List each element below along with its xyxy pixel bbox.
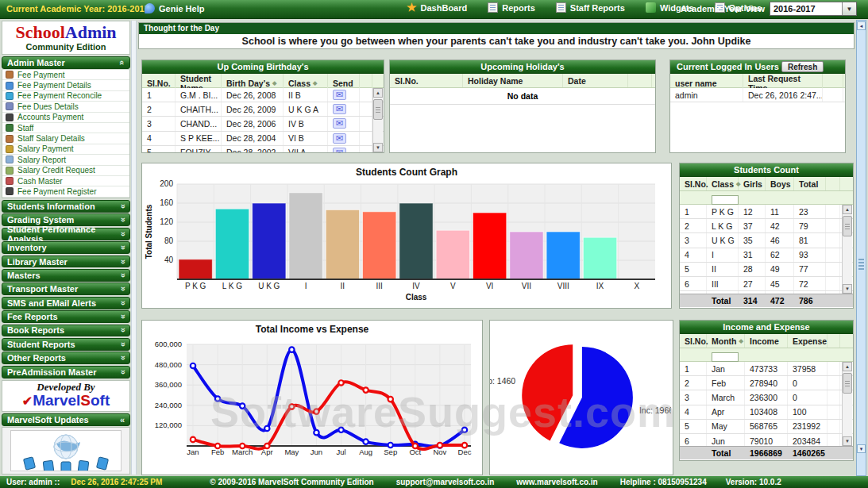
sidebar-item-salary-report[interactable]: Salary Report xyxy=(2,155,129,165)
sidebar-section-library-master[interactable]: Library Master« xyxy=(2,256,130,268)
table-row[interactable]: 1Jan47373337958 xyxy=(680,362,853,376)
sidebar-item-fee-payment-reconcile[interactable]: Fee Payment Reconcile xyxy=(2,91,129,102)
splitter-bottom-button[interactable]: ▾ xyxy=(857,444,866,453)
sidebar-section-inventory[interactable]: Inventory« xyxy=(2,241,130,254)
sidebar-section-fee-reports[interactable]: Fee Reports« xyxy=(2,310,130,323)
splitter-grip-icon[interactable] xyxy=(858,259,864,270)
sidebar-item-salary-credit-request[interactable]: Salary Credit Request xyxy=(2,166,129,176)
send-email-icon[interactable]: ✉ xyxy=(333,148,346,152)
sidebar-section-transport-master[interactable]: Transport Master« xyxy=(2,282,130,295)
send-email-icon[interactable]: ✉ xyxy=(333,118,346,129)
column-filter-input[interactable] xyxy=(712,352,739,362)
scrollbar-thumb[interactable] xyxy=(843,216,852,236)
table-scrollbar[interactable]: ▲▼ xyxy=(842,205,852,294)
splitter-collapse-button[interactable]: ◂ xyxy=(857,21,866,30)
table-row[interactable]: 2CHAITH...Dec 26, 2009U K G A✉ xyxy=(142,102,384,117)
sort-icon[interactable]: ◆ xyxy=(272,80,276,86)
status-support-email[interactable]: support@marvelsoft.co.in xyxy=(396,478,495,486)
scroll-up-icon[interactable]: ▲ xyxy=(843,205,852,214)
column-header[interactable]: Class◆ xyxy=(707,177,739,190)
chevron-down-icon[interactable]: « xyxy=(118,328,126,332)
column-filter-input[interactable] xyxy=(712,195,739,205)
sidebar-section-marvelsoft-updates[interactable]: MarvelSoft Updates « xyxy=(2,413,130,426)
academic-year-select[interactable]: 2016-2017 ▼ xyxy=(770,2,857,16)
table-row[interactable]: 4I316293 xyxy=(680,248,853,263)
table-cell xyxy=(826,219,840,232)
table-row[interactable]: 5May568765231992 xyxy=(680,420,853,434)
menu-item-reports[interactable]: Reports xyxy=(488,2,535,13)
sidebar-item-cash-master[interactable]: Cash Master xyxy=(2,176,129,186)
sidebar-section-students-information[interactable]: Students Information« xyxy=(2,200,130,213)
chevron-down-icon[interactable]: « xyxy=(118,259,126,263)
sort-icon[interactable]: ◆ xyxy=(313,80,317,86)
refresh-button[interactable]: Refresh xyxy=(781,61,824,72)
chevron-down-icon[interactable]: « xyxy=(118,370,126,375)
sidebar-item-accounts-payment[interactable]: Accounts Payment xyxy=(2,113,129,123)
table-row[interactable]: 1P K G121123 xyxy=(680,205,853,219)
sidebar-item-staff-salary-details[interactable]: Staff Salary Details xyxy=(2,133,129,144)
column-header: Expense xyxy=(788,334,827,348)
scroll-up-icon[interactable]: ▲ xyxy=(373,88,383,98)
right-splitter[interactable]: ◂ ▾ xyxy=(856,20,866,476)
sidebar-item-fee-payment[interactable]: Fee Payment xyxy=(2,70,129,80)
scrollbar-thumb[interactable] xyxy=(373,99,383,120)
scroll-down-icon[interactable]: ▼ xyxy=(373,143,383,152)
table-row[interactable]: 7IV334881 xyxy=(680,291,853,294)
table-row[interactable]: adminDec 26, 2016 2:47... xyxy=(670,88,845,102)
sidebar-item-staff[interactable]: Staff xyxy=(2,123,129,133)
table-row[interactable]: 3CHAND...Dec 28, 2006IV B✉ xyxy=(142,117,384,131)
scroll-down-icon[interactable]: ▼ xyxy=(843,436,852,446)
send-email-icon[interactable]: ✉ xyxy=(333,104,346,114)
scroll-down-icon[interactable]: ▼ xyxy=(843,284,852,294)
send-email-icon[interactable]: ✉ xyxy=(333,133,346,144)
sidebar-item-fee-payment-details[interactable]: Fee Payment Details xyxy=(2,80,129,90)
collapse-up-icon[interactable]: « xyxy=(118,60,126,65)
chevron-down-icon[interactable]: « xyxy=(118,232,126,236)
table-row[interactable]: 4S P KEE...Dec 28, 2004VI B✉ xyxy=(142,132,384,146)
genie-help-button[interactable]: Genie Help xyxy=(145,3,204,13)
menu-item-staff-reports[interactable]: Staff Reports xyxy=(556,2,625,13)
sidebar-section-student-performance-analysis[interactable]: Student Performance Analysis« xyxy=(2,228,130,240)
chevron-down-icon[interactable]: « xyxy=(118,245,126,250)
sidebar-section-other-reports[interactable]: Other Reports« xyxy=(2,352,130,364)
table-row[interactable]: 5FOUZIY...Dec 28, 2002VII A✉ xyxy=(142,146,384,152)
sidebar-section-student-reports[interactable]: Student Reports« xyxy=(2,338,130,351)
sidebar-section-masters[interactable]: Masters« xyxy=(2,269,130,282)
send-email-icon[interactable]: ✉ xyxy=(333,90,346,100)
chevron-down-icon[interactable]: « xyxy=(118,217,126,222)
table-row[interactable]: 5II284977 xyxy=(680,263,853,277)
table-row[interactable]: 3March2363000 xyxy=(680,390,853,405)
scrollbar-thumb[interactable] xyxy=(843,373,852,394)
table-row[interactable]: 3U K G354681 xyxy=(680,233,853,248)
table-row[interactable]: 2Feb2789400 xyxy=(680,376,853,390)
status-website-link[interactable]: www.marvelsoft.co.in xyxy=(516,478,597,486)
chevron-down-icon[interactable]: « xyxy=(118,273,126,278)
chevron-down-icon[interactable]: « xyxy=(118,355,126,360)
sidebar-section-preadmission-master[interactable]: PreAdmission Master« xyxy=(2,366,130,378)
chevron-down-icon[interactable]: « xyxy=(118,286,126,291)
table-row[interactable]: 1G.M . BI...Dec 26, 2008II B✉ xyxy=(142,88,384,102)
chevron-down-icon[interactable]: « xyxy=(118,204,126,209)
table-row[interactable]: 4Apr103408100 xyxy=(680,405,853,420)
table-row[interactable]: 6III274572 xyxy=(680,277,853,291)
chevron-down-icon[interactable]: « xyxy=(118,342,126,347)
table-scrollbar[interactable]: ▲▼ xyxy=(372,88,383,152)
sort-icon[interactable]: ◆ xyxy=(739,338,743,344)
sidebar-item-fee-payment-register[interactable]: Fee Payment Register xyxy=(2,186,129,197)
menu-item-dashboard[interactable]: ★DashBoard xyxy=(407,2,467,13)
chevron-down-icon[interactable]: « xyxy=(118,301,126,305)
left-splitter[interactable] xyxy=(131,21,137,475)
table-scrollbar[interactable]: ▲▼ xyxy=(842,362,852,446)
chevron-down-icon[interactable]: ▼ xyxy=(842,2,856,15)
chevron-down-icon[interactable]: « xyxy=(118,314,126,319)
table-row[interactable]: 6Jun79010203484 xyxy=(680,434,853,446)
sidebar-item-salary-payment[interactable]: Salary Payment xyxy=(2,144,129,155)
sidebar-section-admin-master[interactable]: Admin Master « xyxy=(2,56,130,69)
collapse-left-icon[interactable]: « xyxy=(120,416,125,424)
sidebar-section-sms-and-email-alerts[interactable]: SMS and EMail Alerts« xyxy=(2,297,130,309)
scroll-up-icon[interactable]: ▲ xyxy=(843,362,852,371)
sidebar-section-book-reports[interactable]: Book Reports« xyxy=(2,325,130,337)
table-row[interactable]: 2L K G374279 xyxy=(680,219,853,233)
sidebar-item-fee-dues-details[interactable]: Fee Dues Details xyxy=(2,102,129,112)
column-header[interactable]: Month◆ xyxy=(707,334,745,348)
